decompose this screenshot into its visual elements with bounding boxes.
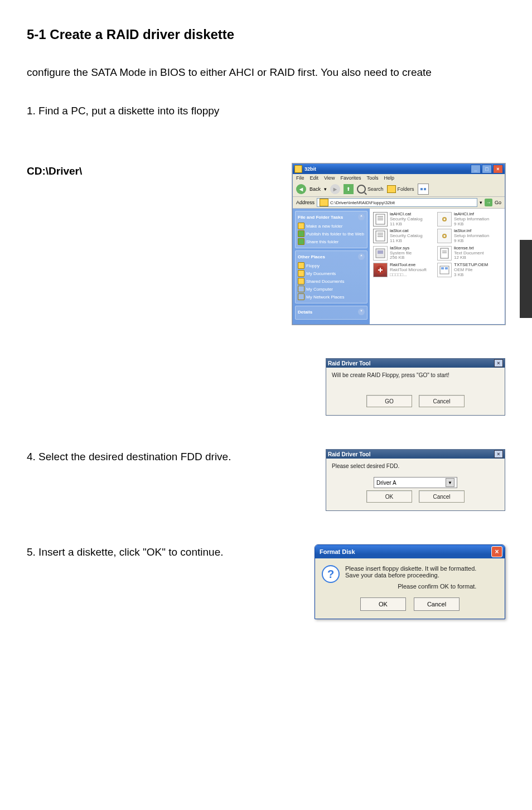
folder-icon [294, 165, 302, 173]
go-label: Go [495, 200, 501, 205]
share-icon [298, 238, 304, 245]
file-item[interactable]: RaidTool.exeRaidTool Microsoft □□□□□... [373, 263, 432, 277]
minimize-button[interactable]: _ [471, 165, 481, 173]
close-button[interactable]: × [491, 546, 502, 557]
explorer-window: 32bit _ □ × File Edit View Favorites Too… [292, 163, 505, 325]
search-icon [357, 185, 366, 194]
file-item[interactable]: iaStor.catSecurity Catalog11 KB [373, 229, 432, 243]
svg-rect-0 [376, 214, 385, 224]
raid-tool-go-dialog: Raid Driver Tool × Will be create RAID F… [326, 358, 505, 416]
inf-icon [437, 212, 452, 226]
menu-view[interactable]: View [324, 175, 335, 181]
up-button[interactable]: ⬆ [344, 184, 354, 194]
maximize-button[interactable]: □ [482, 165, 492, 173]
close-button[interactable]: × [494, 450, 503, 458]
file-size: 11 KB [390, 222, 423, 227]
format-disk-dialog: Format Disk × ? Please insert floppy dis… [315, 544, 505, 619]
dialog-message-line1: Please insert floppy diskette. It will b… [345, 565, 476, 578]
side-task-item[interactable]: Make a new folder [298, 222, 365, 230]
svg-rect-6 [376, 231, 385, 241]
file-size: 11 KB [390, 239, 423, 244]
side-place-item[interactable]: Floppy [298, 262, 365, 269]
svg-point-11 [443, 235, 445, 237]
step-4-text: 4. Select the desired destination FDD dr… [27, 449, 310, 465]
side-details-header: Details [298, 310, 312, 315]
explorer-title-bar: 32bit _ □ × [293, 164, 505, 174]
close-button[interactable]: × [494, 359, 503, 367]
dialog-message: Please select desired FDD. [332, 463, 499, 469]
side-place-item[interactable]: My Documents [298, 269, 365, 277]
question-icon: ? [322, 565, 340, 583]
views-button[interactable] [418, 184, 429, 195]
close-button[interactable]: × [493, 165, 503, 173]
menu-tools[interactable]: Tools [366, 175, 378, 181]
side-task-item[interactable]: Share this folder [298, 238, 365, 245]
file-size: 12 KB [454, 255, 483, 261]
file-item[interactable]: IaStor.sysSystem file256 KB [373, 246, 432, 261]
go-button[interactable]: → [485, 199, 492, 206]
explorer-sidebar: File and Folder Tasks ˄ Make a new folde… [293, 209, 370, 324]
explorer-title: 32bit [304, 166, 316, 172]
file-item[interactable]: TXTSETUP.OEMOEM File3 KB [437, 263, 496, 277]
chevron-down-icon[interactable]: ˅ [358, 308, 365, 315]
go-button[interactable]: GO [366, 395, 412, 407]
file-item[interactable]: iaAHCI.infSetup Information9 KB [437, 212, 496, 226]
side-task-item[interactable]: Publish this folder to the Web [298, 230, 365, 238]
side-place-item[interactable]: My Network Places [298, 293, 365, 301]
side-place-item[interactable]: My Computer [298, 285, 365, 293]
back-button[interactable]: ◄ [296, 184, 306, 194]
inf-icon [437, 229, 452, 243]
publish-icon [298, 230, 304, 237]
menu-favorites[interactable]: Favorites [340, 175, 361, 181]
address-field[interactable]: C:\Driver\Intel\RAID\Floppy\32bit [317, 198, 477, 207]
page-side-tab [520, 240, 532, 318]
cancel-button[interactable]: Cancel [419, 490, 465, 503]
section-heading: 5-1 Create a RAID driver diskette [27, 27, 505, 42]
oem-file-icon [437, 263, 452, 277]
folder-icon [320, 199, 328, 206]
folders-button[interactable]: Folders [387, 185, 414, 193]
chevron-up-icon[interactable]: ˄ [358, 214, 365, 220]
computer-icon [298, 286, 304, 292]
cancel-button[interactable]: Cancel [414, 597, 460, 611]
chevron-up-icon[interactable]: ˄ [358, 253, 365, 260]
text-file-icon [437, 246, 452, 261]
back-label: Back [309, 186, 321, 192]
dialog-title: Format Disk [320, 548, 355, 555]
file-item[interactable]: iaStor.infSetup Information9 KB [437, 229, 496, 243]
search-button[interactable]: Search [357, 185, 384, 194]
ok-button[interactable]: OK [360, 597, 406, 611]
file-size: 3 KB [454, 273, 488, 278]
side-place-item[interactable]: Shared Documents [298, 277, 365, 285]
raid-tool-fdd-dialog: Raid Driver Tool × Please select desired… [326, 449, 505, 511]
ok-button[interactable]: OK [366, 490, 412, 503]
menu-edit[interactable]: Edit [310, 175, 319, 181]
file-item[interactable]: iaAHCI.catSecurity Catalog11 KB [373, 212, 432, 226]
folder-icon [387, 185, 396, 193]
address-label: Address [296, 200, 315, 205]
folder-icon [298, 278, 304, 285]
catalog-icon [373, 212, 388, 226]
menu-file[interactable]: File [296, 175, 304, 181]
forward-button[interactable]: ► [330, 184, 340, 194]
fdd-dropdown[interactable]: Driver A ▼ [374, 477, 457, 488]
explorer-file-pane: iaAHCI.catSecurity Catalog11 KBiaAHCI.in… [370, 209, 505, 324]
file-size: 9 KB [454, 222, 489, 227]
folder-icon [298, 262, 304, 269]
file-item[interactable]: license.txtText Document12 KB [437, 246, 496, 261]
cd-path-label: CD:\Driver\ [27, 163, 82, 180]
menu-help[interactable]: Help [384, 175, 394, 181]
network-icon [298, 293, 304, 300]
chevron-down-icon: ▼ [446, 478, 454, 487]
folder-icon [298, 270, 304, 277]
file-type: RaidTool Microsoft □□□□□... [390, 268, 432, 278]
catalog-icon [373, 229, 388, 243]
dialog-title: Raid Driver Tool [328, 360, 371, 367]
step-5-text: 5. Insert a diskette, click "OK" to cont… [27, 544, 299, 561]
dialog-message: Will be create RAID Floppy, press "GO" t… [332, 372, 499, 378]
folder-icon [298, 223, 304, 229]
file-size: 9 KB [454, 239, 489, 244]
exe-icon [373, 263, 388, 277]
cancel-button[interactable]: Cancel [419, 395, 465, 407]
explorer-menu-bar: File Edit View Favorites Tools Help [293, 174, 505, 182]
